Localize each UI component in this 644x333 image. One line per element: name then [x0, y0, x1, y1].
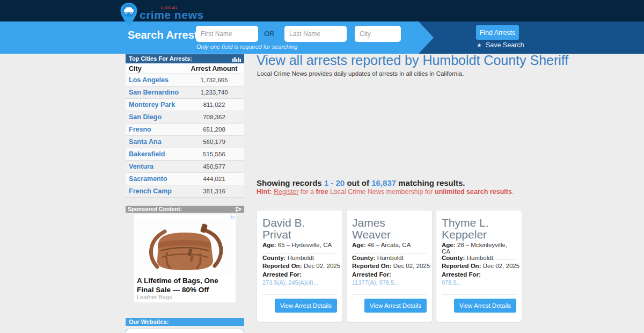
results-summary: Showing records 1 - 20 out of 16,837 mat… — [257, 178, 465, 187]
our-websites-label: Our Websites: — [129, 318, 169, 325]
arrest-amount: 1,233,740 — [184, 89, 244, 96]
county-label: County: — [442, 255, 465, 261]
county-line: County: Humboldt — [262, 254, 340, 262]
view-arrest-details-button[interactable]: View Arrest Details — [364, 299, 427, 313]
age-value: 46 – Arcata, CA — [366, 242, 411, 248]
arrest-info: County: Humboldt Reported On: Dec 02, 20… — [442, 254, 519, 287]
arrest-info: County: Humboldt Reported On: Dec 02, 20… — [352, 254, 430, 287]
adchoices-icon[interactable] — [235, 206, 243, 212]
county-label: County: — [262, 255, 286, 261]
age-line: Age: 65 – Hydesville, CA — [262, 242, 337, 254]
top-cities-table: City Arrest Amount Los Angeles 1,732,665… — [126, 63, 244, 198]
charges-link[interactable]: 978.5... — [442, 279, 462, 286]
ad-headline[interactable]: A Lifetime of Bags, One Final Sale — 80%… — [137, 277, 233, 295]
city-input[interactable] — [355, 26, 401, 42]
age-line: Age: 46 – Arcata, CA — [352, 242, 427, 254]
arrestee-name-link[interactable]: Thyme L. Keppeler — [442, 217, 489, 241]
arrest-amount: 811,022 — [184, 102, 244, 108]
city-link[interactable]: Monterey Park — [126, 101, 184, 108]
arrest-cards: David B. Privat Age: 65 – Hydesville, CA… — [257, 211, 522, 322]
reported-value: Dec 02, 2025 — [302, 263, 340, 269]
results-total: 16,837 — [371, 178, 396, 187]
top-cities-header-label: Top Cities For Arrests: — [129, 55, 192, 62]
view-arrest-details-button[interactable]: View Arrest Details — [275, 299, 337, 313]
arrest-amount: 450,577 — [184, 163, 244, 170]
arrest-amount: 1,732,665 — [184, 77, 244, 83]
table-header-row: City Arrest Amount — [126, 63, 244, 74]
arrest-amount: 444,021 — [184, 176, 244, 182]
search-title: Search Arrests — [128, 29, 204, 41]
name-line1: Thyme L. — [442, 216, 489, 229]
our-websites-bar: Our Websites: — [126, 318, 244, 326]
search-band: Search Arrests OR Only one field is requ… — [0, 21, 644, 54]
logo-name-label: crime news — [140, 10, 203, 20]
advertisement[interactable]: ▷ A Lifetime of Bags, One Final Sale — 8… — [134, 214, 236, 302]
search-helper-text: Only one field is required for searching — [196, 44, 297, 50]
reported-line: Reported On: Dec 02, 2025 — [442, 262, 519, 270]
name-line1: David B. — [262, 216, 305, 229]
page-subtitle: Local Crime News provides daily updates … — [257, 70, 464, 77]
city-link[interactable]: Sacramento — [126, 175, 184, 183]
arrest-card: Thyme L. Keppeler Age: 28 – Mckinleyvill… — [436, 211, 522, 322]
table-row: San Diego 709,362 — [126, 111, 244, 124]
table-row: French Camp 381,316 — [126, 185, 244, 198]
arrested-for-label: Arrested For: — [262, 271, 302, 278]
logo-text: LOCAL crime news — [140, 5, 203, 20]
hint-label: Hint: — [257, 188, 272, 196]
save-search-link[interactable]: ★ Save Search — [477, 41, 524, 49]
name-line2: Keppeler — [442, 228, 487, 241]
city-link[interactable]: Los Angeles — [126, 76, 184, 84]
hint-bold-end: unlimited search results — [435, 188, 512, 196]
charges-link[interactable]: 273.5(A), 245(A)(4)... — [262, 279, 318, 286]
page: LOCAL crime news Home Cities List Statis… — [0, 0, 644, 333]
hint-period: . — [512, 188, 514, 196]
hint-free: free — [316, 188, 328, 196]
reported-value: Dec 02, 2025 — [391, 263, 430, 269]
register-link[interactable]: Register — [274, 188, 299, 196]
city-link[interactable]: Santa Ana — [126, 138, 184, 146]
arrestee-name-link[interactable]: James Weaver — [352, 217, 391, 241]
last-name-input[interactable] — [284, 26, 347, 42]
top-navbar — [0, 0, 644, 21]
arrest-info: County: Humboldt Reported On: Dec 02, 20… — [262, 254, 340, 287]
city-link[interactable]: Bakersfield — [126, 150, 184, 158]
view-arrest-details-button[interactable]: View Arrest Details — [454, 299, 516, 313]
county-value: Humboldt — [286, 255, 313, 261]
table-row: Los Angeles 1,732,665 — [126, 74, 244, 86]
table-row: Santa Ana 560,179 — [126, 136, 244, 148]
first-name-input[interactable] — [196, 26, 258, 42]
city-link[interactable]: San Diego — [126, 113, 184, 121]
map-pin-car-icon — [119, 2, 138, 27]
or-label: OR — [264, 30, 275, 38]
results-middle: out of — [345, 178, 371, 187]
ad-image-handbag[interactable] — [137, 219, 233, 274]
col-arrest-amount: Arrest Amount — [184, 65, 244, 73]
arrest-amount: 381,316 — [184, 188, 244, 194]
results-prefix: Showing records — [257, 178, 324, 187]
reported-line: Reported On: Dec 02, 2025 — [262, 262, 340, 270]
city-link[interactable]: San Bernardino — [126, 89, 184, 96]
city-link[interactable]: Fresno — [126, 126, 184, 133]
star-icon: ★ — [477, 42, 482, 49]
find-arrests-button[interactable]: Find Arrests — [476, 25, 519, 40]
results-suffix: matching results. — [396, 178, 465, 187]
city-link[interactable]: Ventura — [126, 163, 184, 170]
reported-label: Reported On: — [442, 263, 481, 269]
reported-line: Reported On: Dec 02, 2025 — [352, 262, 430, 270]
county-value: Humboldt — [375, 255, 403, 261]
col-city: City — [126, 65, 184, 73]
city-link[interactable]: French Camp — [126, 187, 184, 195]
county-label: County: — [352, 255, 375, 261]
arrested-for-line: Arrested For: — [442, 271, 519, 279]
name-line1: James — [352, 216, 385, 229]
age-label: Age: — [442, 242, 456, 248]
county-line: County: Humboldt — [352, 254, 430, 262]
table-row: San Bernardino 1,233,740 — [126, 86, 244, 99]
name-line2: Privat — [262, 228, 291, 241]
hint-mid1: for a — [299, 188, 316, 196]
site-logo[interactable]: LOCAL crime news — [119, 2, 203, 27]
charges-link[interactable]: 11377(A), 978.5... — [352, 279, 399, 286]
arrestee-name-link[interactable]: David B. Privat — [262, 217, 305, 241]
sponsored-content-label: Sponsored Content: — [128, 206, 182, 212]
reported-label: Reported On: — [262, 263, 302, 269]
